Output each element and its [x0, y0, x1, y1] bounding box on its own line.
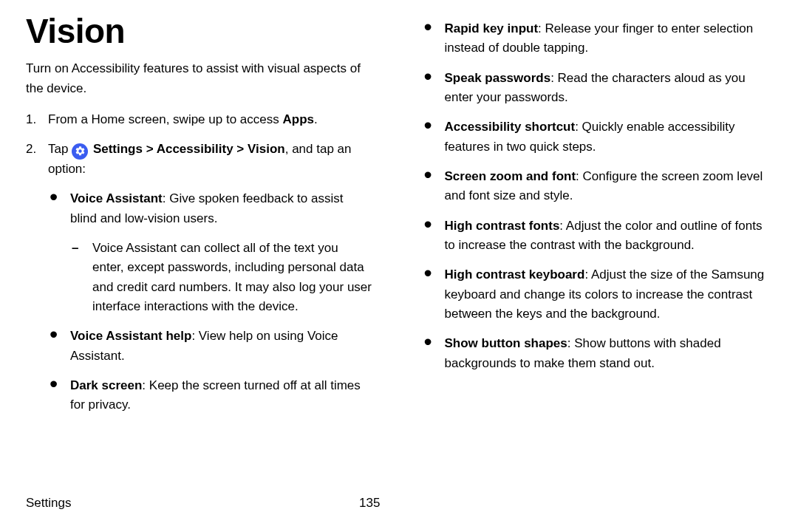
option-show-button-shapes: Show button shapes: Show buttons with sh…: [423, 334, 769, 373]
path-accessibility: Accessibility: [157, 142, 233, 156]
path-settings: Settings: [93, 142, 143, 156]
voice-assistant-note: Voice Assistant can collect all of the t…: [70, 239, 372, 316]
step-2-number: 2.: [26, 140, 36, 159]
step-1-text-pre: From a Home screen, swipe up to access: [48, 112, 282, 126]
step-1-number: 1.: [26, 110, 36, 129]
option-screen-zoom-font: Screen zoom and font: Configure the scre…: [423, 167, 769, 206]
option-high-contrast-keyboard: High contrast keyboard: Adjust the size …: [423, 265, 769, 324]
option-speak-passwords-label: Speak passwords: [445, 71, 551, 85]
option-high-contrast-fonts-label: High contrast fonts: [445, 219, 560, 233]
option-high-contrast-keyboard-label: High contrast keyboard: [445, 267, 585, 282]
option-voice-assistant: Voice Assistant: Give spoken feedback to…: [48, 189, 372, 316]
option-high-contrast-fonts: High contrast fonts: Adjust the color an…: [423, 216, 769, 256]
page-number: 135: [359, 494, 380, 513]
option-screen-zoom-font-label: Screen zoom and font: [445, 169, 576, 183]
option-rapid-key-input-label: Rapid key input: [445, 21, 539, 35]
path-sep-1: >: [143, 142, 157, 156]
step-2: 2. Tap Settings > Accessibility > Vision…: [26, 140, 372, 415]
option-voice-assistant-label: Voice Assistant: [70, 191, 163, 205]
option-dark-screen: Dark screen: Keep the screen turned off …: [48, 376, 372, 415]
option-voice-assistant-help-label: Voice Assistant help: [70, 329, 191, 343]
step-1: 1. From a Home screen, swipe up to acces…: [26, 110, 372, 129]
option-show-button-shapes-label: Show button shapes: [445, 336, 567, 350]
step-1-text-post: .: [314, 112, 318, 126]
option-rapid-key-input: Rapid key input: Release your finger to …: [423, 19, 769, 58]
path-sep-2: >: [233, 142, 248, 156]
step-1-apps: Apps: [282, 112, 314, 126]
step-2-tap: Tap: [48, 142, 72, 156]
option-dark-screen-label: Dark screen: [70, 378, 142, 392]
intro-paragraph: Turn on Accessibility features to assist…: [26, 59, 372, 98]
page-title: Vision: [26, 13, 372, 49]
option-speak-passwords: Speak passwords: Read the characters alo…: [423, 69, 769, 108]
option-accessibility-shortcut-label: Accessibility shortcut: [445, 120, 576, 134]
option-accessibility-shortcut: Accessibility shortcut: Quickly enable a…: [423, 117, 769, 157]
path-vision: Vision: [248, 142, 285, 156]
footer-section: Settings: [26, 494, 71, 513]
settings-icon: [72, 143, 88, 160]
option-voice-assistant-help: Voice Assistant help: View help on using…: [48, 327, 372, 366]
